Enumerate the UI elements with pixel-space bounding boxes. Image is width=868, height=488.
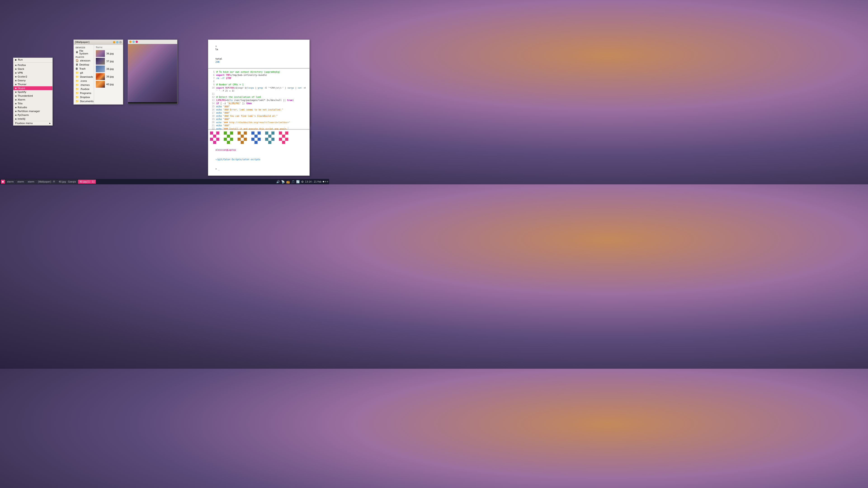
file-thumbnail — [96, 66, 105, 72]
sidebar-item-downloads[interactable]: 📁 Downloads — [74, 75, 94, 79]
terminal-prompt: > _ — [215, 168, 219, 170]
window-minimize-button[interactable] — [116, 41, 119, 43]
window-maximize-button[interactable] — [135, 41, 138, 43]
file-name: 39.jpg — [106, 75, 114, 78]
music-icon[interactable]: 🎵 — [291, 180, 295, 184]
bullet-icon — [15, 88, 17, 89]
sidebar-item-git[interactable]: 📁 git — [74, 71, 94, 75]
file-item-40[interactable]: 40.jpg — [95, 80, 122, 88]
menu-footer[interactable]: Fluxbox menu ▸ — [13, 121, 53, 125]
sidebar-label: Dropbox — [80, 96, 90, 98]
sidebar-item-tilix[interactable]: Tilix — [13, 102, 53, 105]
workspace-dot-3[interactable] — [327, 181, 328, 182]
network-icon[interactable]: 📡 — [281, 180, 285, 184]
workspace-dots — [323, 181, 328, 182]
file-item-38[interactable]: 38.jpg — [95, 65, 122, 73]
code-comment: # To have our own output directory (upgr… — [216, 70, 280, 74]
settings-icon[interactable]: ⚙ — [301, 180, 304, 184]
sidebar-item-gcolor2[interactable]: Gcolor2 — [13, 75, 53, 78]
sidebar-label: .icons — [80, 79, 87, 82]
devices-header: DEVICES — [74, 46, 94, 49]
code-line: 19 echo "###" — [210, 118, 308, 121]
terminal-dir-path: ~/git/Color-Scripts/color-scripts — [215, 158, 260, 161]
window-close-button[interactable] — [113, 41, 115, 43]
taskbar-label: xterm — [18, 181, 24, 183]
taskbar-item-xterm2[interactable]: xterm — [16, 180, 26, 184]
sidebar-item-rstudio[interactable]: Rstudio — [13, 105, 53, 109]
sidebar-item-spotify[interactable]: Spotify — [13, 90, 53, 94]
menu-item-label: Geany — [18, 79, 26, 82]
bullet-icon — [15, 107, 17, 108]
sync-icon[interactable]: 🔄 — [296, 180, 300, 184]
sidebar-item-xterm[interactable]: Xterm — [13, 98, 53, 102]
menu-item-label: IntelliJ — [18, 118, 25, 121]
sidebar-item-pycharm[interactable]: PyCharm — [13, 113, 53, 117]
workspace-dot-1[interactable] — [323, 181, 324, 182]
clock: 13:14 - 21 Feb — [305, 181, 321, 183]
code-line: 11 — [210, 92, 308, 96]
file-name: 37.jpg — [106, 60, 114, 63]
code-var: TMP — [226, 74, 230, 76]
line-number: 15 — [210, 105, 215, 108]
home-icon: 🏠 — [75, 59, 79, 62]
rss-icon[interactable]: 📻 — [286, 180, 290, 184]
sidebar-item-intellij[interactable]: IntelliJ — [13, 117, 53, 121]
sidebar-item-geany[interactable]: Geany — [13, 78, 53, 83]
sidebar-item-partition-manager[interactable]: Partition manager — [13, 109, 53, 113]
file-manager-title: [Wallpaper] — [75, 41, 90, 43]
line-number: 18 — [210, 115, 215, 118]
menu-item-label: PyCharm — [18, 113, 29, 117]
menu-item-label: Spotify — [18, 91, 26, 94]
taskbar-item-geeqie-active[interactable]: 40.jpg [1 : 1] — [78, 180, 96, 184]
image-viewer-window — [128, 39, 178, 104]
line-number: 16 — [210, 108, 215, 111]
image-viewer-titlebar — [128, 40, 177, 44]
file-item-39[interactable]: 39.jpg — [95, 73, 122, 80]
sidebar-item-desktop[interactable]: 🖥 Desktop — [74, 63, 94, 67]
window-minimize-button[interactable] — [132, 41, 135, 43]
window-maximize-button[interactable] — [119, 41, 122, 43]
taskbar-item-xterm3[interactable]: xterm — [26, 180, 36, 184]
sidebar-item-dropbox[interactable]: 📁 Dropbox — [74, 95, 94, 99]
sidebar-item-firefox[interactable]: Firefox — [13, 63, 53, 67]
sidebar-label: .themes — [80, 84, 90, 86]
svg-rect-5 — [213, 141, 216, 144]
sidebar-item-thunderbird[interactable]: Thunderbird — [13, 94, 53, 98]
file-item-36[interactable]: 36.jpg — [95, 50, 122, 57]
desktop-icon: 🖥 — [75, 63, 78, 66]
sidebar-item-documents[interactable]: 📁 Documents — [74, 99, 94, 103]
taskbar-item-xterm1[interactable]: xterm — [5, 180, 16, 184]
sidebar-item-thunar[interactable]: Thunar — [13, 83, 53, 86]
workspace-dot-2[interactable] — [325, 181, 326, 182]
svg-rect-10 — [224, 138, 227, 141]
code-normal: =/tmp/bob-infinality-bundle — [230, 74, 267, 76]
folder-icon: 📁 — [75, 92, 79, 95]
code-comment: # Number of CPUs + 1 — [216, 83, 243, 86]
sidebar-item-fluxbox[interactable]: 📁 .fluxbox — [74, 87, 94, 91]
file-item-37[interactable]: 37.jpg — [95, 57, 122, 65]
bullet-icon — [15, 99, 17, 101]
sidebar-item-icons[interactable]: 📁 .icons — [74, 79, 94, 83]
code-line: 14 if [ -z "$LXMLPKG" ]; then — [210, 102, 308, 105]
sidebar-item-vpn[interactable]: VPN — [13, 71, 53, 75]
taskbar-item-geeqie[interactable]: 40.jpg - Geeqie — [57, 180, 78, 184]
volume-icon[interactable]: 🔊 — [276, 180, 280, 184]
taskbar-desktop-button[interactable]: ■ — [1, 180, 5, 184]
window-close-button[interactable] — [129, 41, 131, 43]
sidebar-item-skype[interactable]: Skype — [13, 86, 53, 90]
taskbar-item-wallpaper-fi[interactable]: [Wallpaper] - Fi — [36, 180, 57, 184]
sidebar-item-filesystem[interactable]: 🖥 File System — [74, 49, 94, 55]
sidebar-item-programs[interactable]: 📁 Programs — [74, 91, 94, 95]
sidebar-item-slack[interactable]: Slack — [13, 67, 53, 71]
line-number: 6 — [210, 74, 215, 77]
sidebar-item-themes[interactable]: 📁 .themes — [74, 83, 94, 87]
sidebar-item-home[interactable]: 🏠 alexsson — [74, 59, 94, 63]
sidebar-item-trash[interactable]: 🗑 Trash — [74, 67, 94, 71]
taskbar-label: 40.jpg - Geeqie — [59, 181, 76, 183]
svg-rect-26 — [272, 131, 275, 135]
menu-item-run[interactable]: ▶ Run — [13, 58, 53, 62]
line-number: 19 — [210, 118, 215, 121]
run-arrow-icon: ▶ — [15, 59, 17, 61]
svg-rect-14 — [244, 131, 247, 135]
bullet-icon — [15, 119, 17, 120]
